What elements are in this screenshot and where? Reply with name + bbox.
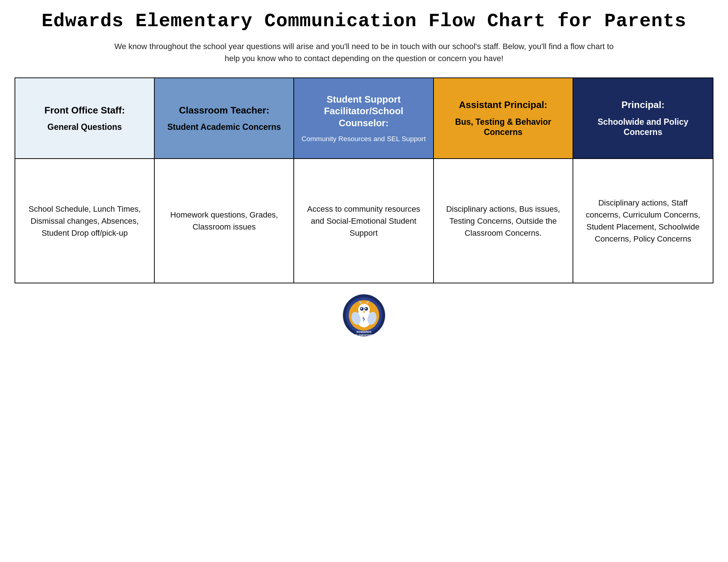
detail-cell-assistant-principal: Disciplinary actions, Bus issues, Testin… (434, 159, 573, 283)
header-cell-principal: Principal:Schoolwide and Policy Concerns (573, 78, 713, 158)
school-logo: EDWARDS ELEMENTARY (342, 294, 386, 337)
svg-point-8 (365, 308, 367, 309)
svg-point-4 (358, 304, 370, 315)
header-sub-student-support: Community Resources and SEL Support (301, 135, 426, 143)
header-title-principal: Principal: (621, 99, 664, 111)
header-title-student-support: Student Support Facilitator/School Couns… (301, 93, 426, 129)
svg-text:ELEMENTARY: ELEMENTARY (355, 334, 373, 336)
detail-cell-classroom-teacher: Homework questions, Grades, Classroom is… (155, 159, 294, 283)
header-sub-assistant-principal: Bus, Testing & Behavior Concerns (440, 117, 566, 138)
logo-row: EDWARDS ELEMENTARY (15, 283, 713, 341)
header-sub-classroom-teacher: Student Academic Concerns (167, 122, 281, 132)
subtitle-text: We know throughout the school year quest… (109, 40, 619, 64)
header-row: Front Office Staff:General QuestionsClas… (15, 77, 713, 158)
header-sub-front-office: General Questions (47, 122, 122, 132)
header-cell-front-office: Front Office Staff:General Questions (15, 78, 155, 158)
header-cell-classroom-teacher: Classroom Teacher:Student Academic Conce… (155, 78, 294, 158)
header-cell-assistant-principal: Assistant Principal:Bus, Testing & Behav… (434, 78, 573, 158)
header-cell-student-support: Student Support Facilitator/School Couns… (294, 78, 434, 158)
header-sub-principal: Schoolwide and Policy Concerns (580, 117, 706, 138)
header-title-classroom-teacher: Classroom Teacher: (179, 104, 269, 116)
svg-point-7 (361, 308, 362, 309)
flow-chart: Front Office Staff:General QuestionsClas… (15, 77, 713, 283)
svg-text:EDWARDS: EDWARDS (357, 330, 372, 334)
detail-row: School Schedule, Lunch Times, Dismissal … (15, 158, 713, 283)
header-title-assistant-principal: Assistant Principal: (459, 99, 547, 111)
detail-cell-principal: Disciplinary actions, Staff concerns, Cu… (573, 159, 713, 283)
page-title: Edwards Elementary Communication Flow Ch… (15, 11, 713, 32)
detail-cell-front-office: School Schedule, Lunch Times, Dismissal … (15, 159, 155, 283)
detail-cell-student-support: Access to community resources and Social… (294, 159, 434, 283)
header-title-front-office: Front Office Staff: (44, 104, 125, 116)
